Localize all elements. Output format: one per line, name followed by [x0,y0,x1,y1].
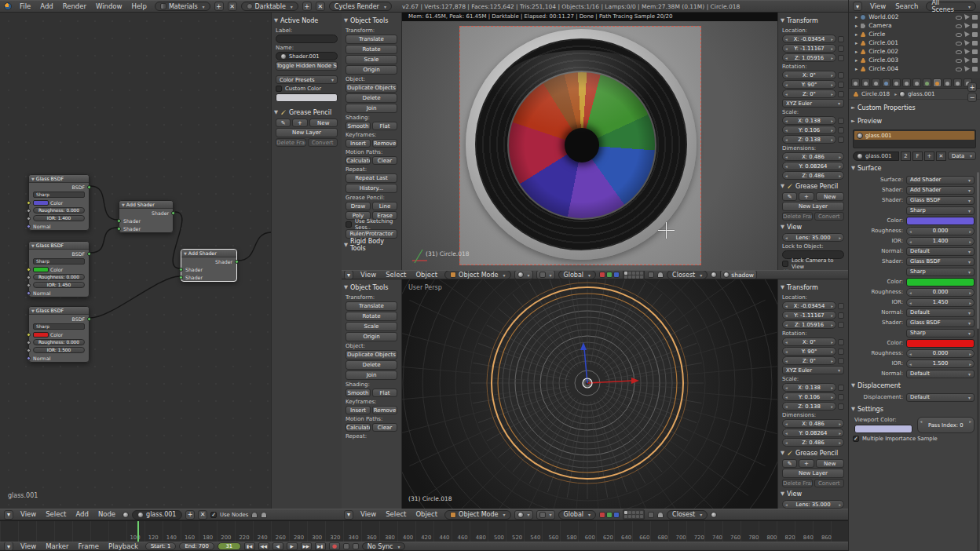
outliner-menu-view[interactable]: View [866,2,890,12]
output-socket-green[interactable] [235,260,239,264]
z-number-field[interactable]: ◂Z: 0.486▸ [782,171,844,180]
input-socket-gray[interactable] [27,217,31,221]
increment-arrow-icon[interactable]: ▸ [839,440,841,445]
lock-toggle-icon[interactable] [838,72,844,78]
draw-pencil-button[interactable]: ✎ [782,459,797,468]
delete-scene-button[interactable]: ✕ [316,2,325,11]
node-name-field[interactable]: Shader.001 [276,52,338,60]
node-add-shader-1[interactable]: ▼Add ShaderShaderShaderShader [119,200,174,233]
selectability-arrow-icon[interactable] [964,57,970,63]
decrement-arrow-icon[interactable]: ◂ [785,37,788,42]
tab-modifiers-icon[interactable] [912,78,921,87]
x-number-field[interactable]: ◂X: 0.138▸ [782,116,836,125]
view-panel-header[interactable]: ▼View [781,489,846,498]
lock-toggle-icon[interactable] [838,91,844,97]
node-add-shader-3[interactable]: ▼Add ShaderShaderShaderShader [181,249,237,282]
input-socket-gray[interactable] [27,283,31,287]
increment-arrow-icon[interactable]: ▸ [831,56,833,60]
menu-object[interactable]: Object [411,509,441,520]
y-number-field[interactable]: ◂Y: 90°▸ [782,80,836,89]
layer-dot[interactable] [640,276,643,279]
add-button[interactable]: + [799,459,814,468]
visibility-eye-icon[interactable] [956,24,962,28]
menu-view[interactable]: View [357,270,380,279]
ior-field[interactable]: IOR: 1.500 [33,347,85,353]
decrement-arrow-icon[interactable]: ◂ [785,119,788,123]
increment-arrow-icon[interactable]: ▸ [839,502,841,507]
snap-magnet-icon[interactable] [261,512,267,518]
renderability-camera-icon[interactable] [972,32,978,37]
new-button[interactable]: New [816,192,845,201]
decrement-arrow-icon[interactable]: ◂ [785,440,788,445]
decrement-arrow-icon[interactable]: ◂ [785,128,788,133]
input-socket-violet[interactable] [27,291,31,295]
play-button[interactable]: ▶ [287,542,298,550]
3d-viewport-rendered[interactable]: Mem: 61.45M, Peak: 61.45M | Darktable | … [402,13,777,270]
lock-toggle-icon[interactable] [838,118,844,124]
y-number-field[interactable]: ◂Y: -1.11167▸ [782,311,836,319]
lock-toggle-icon[interactable] [838,403,844,410]
mode-selector[interactable]: Object Mode▾ [444,510,510,520]
node-color-swatch[interactable] [33,267,49,272]
distribution-dropdown[interactable]: Sharp [33,192,85,198]
calculate-button[interactable]: Calculate [346,423,371,432]
increment-arrow-icon[interactable]: ▸ [839,173,841,178]
xyz-euler-dropdown[interactable]: XYZ Euler▾ [782,99,844,108]
increment-arrow-icon[interactable]: ▸ [831,359,833,363]
add-button[interactable]: + [292,119,307,127]
unlink-material-button[interactable]: ✕ [936,151,946,161]
visibility-eye-icon[interactable] [956,42,962,46]
lens-number-field[interactable]: ◂Lens: 35.000▸ [782,500,844,509]
material-slot-active[interactable]: glass.001 [854,131,975,140]
next-keyframe-button[interactable]: ▶▶ [301,542,312,550]
input-socket-green[interactable] [179,276,183,279]
decrement-arrow-icon[interactable]: ◂ [785,502,788,507]
selectability-arrow-icon[interactable] [964,49,970,54]
increment-arrow-icon[interactable]: ▸ [969,290,971,295]
jump-to-start-button[interactable]: ▮◀ [244,542,255,550]
node-header[interactable]: ▼Add Shader [119,201,173,209]
translate-button[interactable]: Translate [346,301,397,311]
remove-slot-button[interactable]: − [967,93,977,102]
object-tools-panel-header[interactable]: ▼Object Tools [344,16,399,25]
decrement-arrow-icon[interactable]: ◂ [909,301,912,305]
breadcrumb-material[interactable]: glass.001 [908,90,934,97]
rotate-manipulator-icon[interactable] [606,512,612,518]
input-socket-green[interactable] [179,268,183,272]
decrement-arrow-icon[interactable]: ◂ [785,235,788,240]
translate-button[interactable]: Translate [346,35,397,44]
timeline-ruler[interactable]: 1001201401601802002202402602803003203403… [0,520,848,542]
menu-node[interactable]: Node [94,509,119,520]
snap-magnet-icon[interactable] [657,272,664,278]
input-socket-violet[interactable] [27,224,31,228]
object-tools-panel-header[interactable]: ▼Object Tools [344,283,399,292]
lock-toggle-icon[interactable] [838,394,844,400]
layer-dot[interactable] [624,511,627,514]
layer-dot[interactable] [632,272,635,275]
increment-arrow-icon[interactable]: ▸ [831,119,833,123]
color-swatch[interactable] [906,217,975,225]
visibility-eye-icon[interactable] [956,50,962,54]
draw-button[interactable]: Draw [346,202,371,210]
snap-element-selector[interactable]: Closest▾ [667,270,708,279]
new-material-button[interactable]: + [924,151,934,161]
input-socket-gray[interactable] [27,348,31,352]
y-number-field[interactable]: ◂Y: 0.106▸ [782,126,836,134]
new-button[interactable]: New [816,459,845,468]
increment-arrow-icon[interactable]: ▸ [831,404,833,409]
decrement-arrow-icon[interactable]: ◂ [785,56,788,60]
color-presets-dropdown[interactable]: Color Presets▾ [276,75,338,84]
node-glass-bsdf-2[interactable]: ▼Glass BSDFBSDFSharpColorRoughness: 0.00… [28,241,90,297]
node-glass-bsdf-4[interactable]: ▼Glass BSDFBSDFSharpColorRoughness: 0.00… [28,306,90,363]
increment-arrow-icon[interactable]: ▸ [969,229,971,234]
node-tree-datablock-field[interactable]: glass.001 [132,510,182,520]
current-frame-marker[interactable] [137,521,139,542]
scale-manipulator-icon[interactable] [613,272,620,278]
layer-dot[interactable] [628,515,631,518]
outliner-row-camera[interactable]: ▸Camera [849,21,980,30]
add-shader-dropdown[interactable]: Add Shader▾ [906,176,975,184]
layer-dot[interactable] [640,511,643,514]
color-swatch[interactable] [906,278,975,286]
start-frame-field[interactable]: Start: 1 [145,542,176,550]
snap-magnet-icon[interactable] [657,512,664,518]
